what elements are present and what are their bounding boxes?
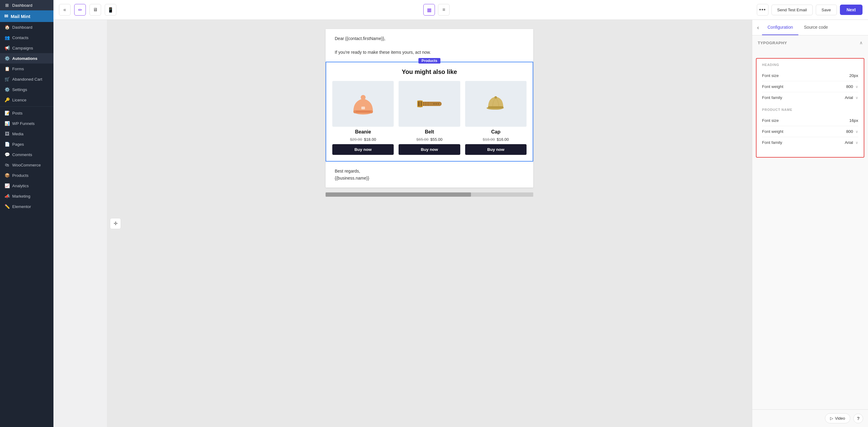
heading-label: HEADING [762, 63, 858, 67]
product-name-font-weight-dropdown[interactable]: ∨ [856, 129, 858, 134]
pencil-button[interactable]: ✏ [74, 4, 86, 16]
typography-section-header: Typography ∧ [758, 40, 863, 45]
tab-configuration[interactable]: Configuration [762, 20, 798, 35]
belt-svg [416, 90, 443, 118]
beanie-image [332, 81, 394, 127]
woocommerce-icon: 🛍 [4, 162, 10, 167]
move-handle-left: ✛ [110, 218, 121, 229]
contacts-icon: 👥 [4, 35, 10, 40]
sidebar-item-settings[interactable]: ⚙️ Settings [0, 84, 54, 95]
sidebar: ⊞ Dashboard ✉ Mail Mint 🏠 Dashboard 👥 Co… [0, 0, 54, 427]
product-name-font-weight-value: 800 ∨ [846, 129, 858, 134]
heading-font-size-row: Font size 20px [762, 70, 858, 81]
sidebar-item-mailmint[interactable]: ✉ Mail Mint [0, 10, 54, 22]
product-card-cap: Cap $18.00 $16.00 Buy now [465, 81, 527, 155]
sidebar-item-comments[interactable]: 💬 Comments [0, 149, 54, 160]
canvas-area: ✛ Dear {{contact.firstName}}, If you're … [107, 20, 752, 427]
comments-icon: 💬 [4, 152, 10, 157]
sidebar-item-wp-dashboard[interactable]: ⊞ Dashboard [0, 0, 54, 10]
grid-view-button[interactable]: ▦ [423, 4, 435, 16]
cap-svg [482, 90, 509, 118]
product-name-font-family-label: Font family [762, 140, 782, 145]
topbar: « ✏ 🖥 📱 ▦ ≡ ••• Send Test Email Save Nex… [54, 0, 868, 20]
text-view-button[interactable]: ≡ [438, 4, 450, 16]
sidebar-item-automations[interactable]: ⚙️ Automations [0, 53, 54, 64]
product-prices-cap: $18.00 $16.00 [483, 137, 509, 142]
right-panel: ‹ Configuration Source code Typography ∧… [752, 20, 868, 427]
sidebar-item-campaigns[interactable]: 📢 Campaigns [0, 43, 54, 53]
back-button[interactable]: « [59, 4, 70, 16]
products-icon: 📦 [4, 173, 10, 178]
next-button[interactable]: Next [840, 5, 863, 15]
sidebar-item-products[interactable]: 📦 Products [0, 170, 54, 181]
panel-back-button[interactable]: ‹ [757, 20, 762, 35]
video-button[interactable]: ▷ Video [825, 413, 850, 423]
product-old-price-beanie: $20.00 [350, 137, 362, 142]
heading-font-size-value: 20px [849, 73, 858, 78]
send-test-email-button[interactable]: Send Test Email [772, 5, 813, 15]
tab-source-code[interactable]: Source code [798, 20, 834, 35]
sidebar-item-contacts[interactable]: 👥 Contacts [0, 32, 54, 43]
typography-settings: HEADING Font size 20px Font weight 800 ∨… [756, 58, 864, 158]
buy-now-beanie[interactable]: Buy now [332, 144, 394, 155]
horizontal-scrollbar[interactable] [326, 190, 533, 197]
automations-icon: ⚙️ [4, 56, 10, 61]
sidebar-item-abandoned-cart[interactable]: 🛒 Abandoned Cart [0, 74, 54, 84]
main: ✛ Dear {{contact.firstName}}, If you're … [107, 20, 868, 427]
sidebar-item-licence[interactable]: 🔑 Licence [0, 95, 54, 105]
mobile-icon: 📱 [107, 7, 114, 13]
forms-icon: 📋 [4, 66, 10, 71]
sidebar-item-posts[interactable]: 📝 Posts [0, 108, 54, 118]
products-block-wrapper: Products You might also like [326, 62, 533, 161]
sidebar-item-elementor[interactable]: ✏️ Elementor [0, 201, 54, 212]
move-icon[interactable]: ✛ [110, 218, 121, 229]
svg-point-8 [438, 103, 439, 104]
product-name-font-size-label: Font size [762, 118, 779, 123]
mailmint-icon: ✉ [4, 13, 8, 19]
sidebar-item-forms[interactable]: 📋 Forms [0, 64, 54, 74]
products-block[interactable]: Products You might also like [326, 62, 533, 161]
product-name-font-size-row: Font size 16px [762, 115, 858, 126]
sidebar-item-media[interactable]: 🖼 Media [0, 129, 54, 139]
licence-icon: 🔑 [4, 97, 10, 102]
desktop-button[interactable]: 🖥 [90, 4, 101, 16]
text-view-icon: ≡ [442, 7, 445, 12]
grid-icon: ▦ [427, 7, 432, 13]
product-prices-beanie: $20.00 $18.00 [350, 137, 376, 142]
sidebar-item-dashboard[interactable]: 🏠 Dashboard [0, 22, 54, 32]
product-new-price-belt: $55.00 [430, 137, 442, 142]
help-button[interactable]: ? [853, 414, 863, 423]
desktop-icon: 🖥 [93, 7, 98, 12]
svg-point-2 [361, 95, 366, 100]
buy-now-belt[interactable]: Buy now [399, 144, 460, 155]
product-old-price-belt: $65.00 [416, 137, 429, 142]
more-options-button[interactable]: ••• [757, 4, 769, 16]
save-button[interactable]: Save [816, 5, 837, 15]
panel-tabs: ‹ Configuration Source code [752, 20, 868, 35]
product-name-typography-section: PRODUCT NAME Font size 16px Font weight … [762, 108, 858, 148]
heading-font-family-value: Arial ∨ [845, 95, 858, 100]
svg-point-6 [433, 103, 435, 104]
funnels-icon: 📊 [4, 121, 10, 126]
heading-font-weight-dropdown[interactable]: ∨ [856, 85, 858, 89]
sidebar-item-analytics[interactable]: 📈 Analytics [0, 181, 54, 191]
typography-header-section: Typography ∧ [752, 35, 868, 54]
typography-collapse-button[interactable]: ∧ [860, 40, 863, 45]
email-body-text: If you're ready to make these items your… [335, 49, 524, 56]
product-name-font-weight-row: Font weight 800 ∨ [762, 126, 858, 137]
product-name-font-weight-label: Font weight [762, 129, 783, 134]
product-name-font-family-dropdown[interactable]: ∨ [856, 141, 858, 145]
sidebar-item-pages[interactable]: 📄 Pages [0, 139, 54, 149]
posts-icon: 📝 [4, 111, 10, 116]
mobile-button[interactable]: 📱 [105, 4, 116, 16]
svg-rect-15 [488, 106, 503, 108]
email-wrapper: Dear {{contact.firstName}}, If you're re… [326, 29, 533, 187]
belt-image [399, 81, 460, 127]
sidebar-item-woocommerce[interactable]: 🛍 WooCommerce [0, 160, 54, 170]
svg-rect-3 [355, 111, 371, 112]
buy-now-cap[interactable]: Buy now [465, 144, 527, 155]
sidebar-item-marketing[interactable]: 📣 Marketing [0, 191, 54, 201]
heading-font-family-dropdown[interactable]: ∨ [856, 96, 858, 100]
products-heading: You might also like [332, 68, 527, 75]
sidebar-item-wp-funnels[interactable]: 📊 WP Funnels [0, 118, 54, 129]
